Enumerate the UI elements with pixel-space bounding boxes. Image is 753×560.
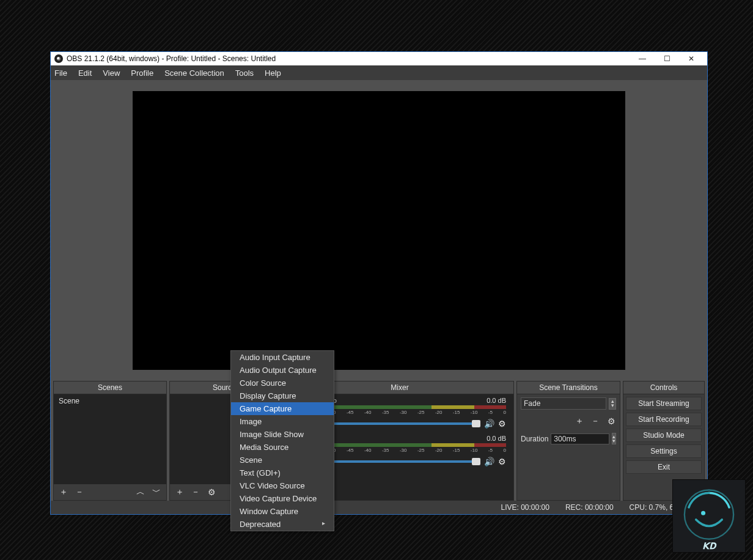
duration-input[interactable] xyxy=(551,433,609,444)
menu-item-image[interactable]: Image xyxy=(231,415,334,428)
mute-button[interactable]: 🔊 xyxy=(484,419,494,429)
menu-item-display-capture[interactable]: Display Capture xyxy=(231,389,334,402)
obs-app-icon xyxy=(54,54,63,63)
menu-scene-collection[interactable]: Scene Collection xyxy=(164,68,224,78)
scene-item[interactable]: Scene xyxy=(54,394,166,408)
close-button[interactable]: ✕ xyxy=(679,52,703,65)
move-scene-up-button[interactable]: ︿ xyxy=(136,487,145,498)
duration-label: Duration xyxy=(521,435,548,443)
scenes-list[interactable]: Scene xyxy=(54,394,166,484)
menu-view[interactable]: View xyxy=(103,68,120,78)
preview-area xyxy=(51,80,707,381)
exit-button[interactable]: Exit xyxy=(626,460,702,474)
menu-item-media-source[interactable]: Media Source xyxy=(231,441,334,454)
controls-header: Controls xyxy=(623,381,704,394)
transition-properties-button[interactable]: ⚙ xyxy=(606,416,616,426)
menu-item-vlc-video-source[interactable]: VLC Video Source xyxy=(231,479,334,492)
duration-spin[interactable]: ▴▾ xyxy=(612,433,616,444)
mute-button[interactable]: 🔊 xyxy=(484,457,494,466)
transition-selected: Fade xyxy=(524,399,540,408)
transitions-body: Fade ▴▾ ＋ － ⚙ Duration ▴▾ xyxy=(517,394,620,500)
scenes-toolbar: ＋ － ︿ ﹀ xyxy=(54,484,166,500)
menu-tools[interactable]: Tools xyxy=(235,68,254,78)
titlebar: OBS 21.1.2 (64bit, windows) - Profile: U… xyxy=(51,52,707,65)
menubar: File Edit View Profile Scene Collection … xyxy=(51,65,707,80)
menu-item-color-source[interactable]: Color Source xyxy=(231,377,334,389)
svg-text:ᴋᴅ: ᴋᴅ xyxy=(702,539,717,551)
remove-scene-button[interactable]: － xyxy=(75,487,84,498)
obs-window: OBS 21.1.2 (64bit, windows) - Profile: U… xyxy=(50,51,708,515)
channel-level: 0.0 dB xyxy=(487,435,506,442)
menu-help[interactable]: Help xyxy=(265,68,281,78)
remove-transition-button[interactable]: － xyxy=(590,416,600,427)
settings-button[interactable]: Settings xyxy=(626,444,702,458)
scenes-dock: Scenes Scene ＋ － ︿ ﹀ xyxy=(53,381,167,501)
menu-item-audio-output-capture[interactable]: Audio Output Capture xyxy=(231,364,334,377)
add-source-context-menu: Audio Input Capture Audio Output Capture… xyxy=(230,350,334,531)
move-scene-down-button[interactable]: ﹀ xyxy=(152,487,161,498)
preview-canvas[interactable] xyxy=(133,91,625,370)
start-recording-button[interactable]: Start Recording xyxy=(626,413,702,426)
menu-item-game-capture[interactable]: Game Capture xyxy=(231,402,334,415)
menu-item-audio-input-capture[interactable]: Audio Input Capture xyxy=(231,351,334,364)
transition-spin[interactable]: ▴▾ xyxy=(609,398,616,410)
scenes-header: Scenes xyxy=(54,381,166,394)
menu-profile[interactable]: Profile xyxy=(131,68,153,78)
channel-settings-button[interactable]: ⚙ xyxy=(498,457,506,466)
menu-item-window-capture[interactable]: Window Capture xyxy=(231,505,334,518)
status-rec: REC: 00:00:00 xyxy=(565,503,614,512)
svg-point-0 xyxy=(685,490,733,539)
add-source-button[interactable]: ＋ xyxy=(175,487,185,498)
menu-item-deprecated[interactable]: Deprecated xyxy=(231,518,334,531)
channel-settings-button[interactable]: ⚙ xyxy=(498,419,506,429)
transitions-header: Scene Transitions xyxy=(517,381,620,394)
studio-mode-button[interactable]: Studio Mode xyxy=(626,429,702,442)
status-live: LIVE: 00:00:00 xyxy=(501,503,549,512)
remove-source-button[interactable]: － xyxy=(191,487,200,498)
menu-item-video-capture-device[interactable]: Video Capture Device xyxy=(231,492,334,505)
menu-item-image-slide-show[interactable]: Image Slide Show xyxy=(231,428,334,441)
menu-item-scene[interactable]: Scene xyxy=(231,454,334,466)
source-properties-button[interactable]: ⚙ xyxy=(207,487,216,497)
maximize-button[interactable]: ☐ xyxy=(655,52,679,65)
menu-edit[interactable]: Edit xyxy=(78,68,92,78)
add-transition-button[interactable]: ＋ xyxy=(575,416,584,427)
window-title: OBS 21.1.2 (64bit, windows) - Profile: U… xyxy=(67,54,276,63)
transition-select[interactable]: Fade xyxy=(521,397,606,410)
svg-point-1 xyxy=(701,511,705,515)
add-scene-button[interactable]: ＋ xyxy=(59,487,68,498)
channel-level: 0.0 dB xyxy=(487,397,506,404)
statusbar: LIVE: 00:00:00 REC: 00:00:00 CPU: 0.7%, … xyxy=(51,501,707,514)
minimize-button[interactable]: — xyxy=(630,52,655,65)
watermark-logo: ᴋᴅ xyxy=(672,479,746,553)
transitions-dock: Scene Transitions Fade ▴▾ ＋ － ⚙ Duration… xyxy=(516,381,620,501)
start-streaming-button[interactable]: Start Streaming xyxy=(626,397,702,410)
docks: Scenes Scene ＋ － ︿ ﹀ Sources ＋ － ⚙ ︿ ﹀ xyxy=(51,381,707,501)
menu-file[interactable]: File xyxy=(54,68,67,78)
menu-item-text-gdi[interactable]: Text (GDI+) xyxy=(231,466,334,479)
